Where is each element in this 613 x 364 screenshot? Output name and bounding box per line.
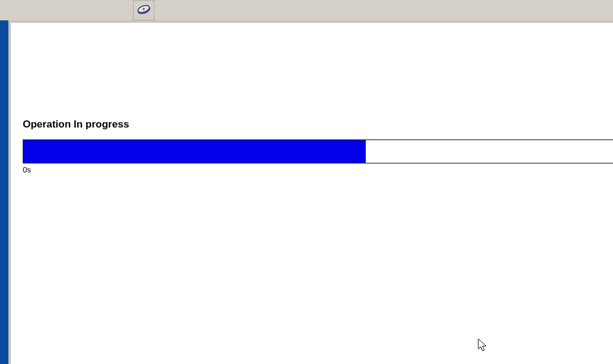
toolbar-strip (0, 0, 613, 20)
toolbar-disk-button[interactable] (133, 0, 154, 20)
window-content: Operation In progress 0s (11, 23, 613, 364)
progress-time-label: 0s (23, 165, 31, 174)
progress-bar (23, 139, 613, 163)
progress-window: Operation In progress 0s (8, 20, 613, 364)
progress-bar-fill (23, 140, 366, 163)
disk-icon (136, 1, 151, 19)
progress-title: Operation In progress (23, 119, 129, 131)
